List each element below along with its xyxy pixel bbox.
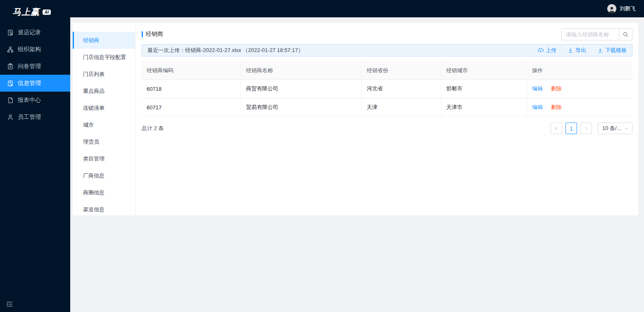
submenu-item-label: 门店信息字段配置 xyxy=(83,54,126,60)
app-logo-text: 马上赢 xyxy=(12,6,40,18)
store-patrol-icon xyxy=(7,29,14,36)
submenu-item-distributor[interactable]: 经销商 xyxy=(73,32,135,49)
last-upload-text: 最近一次上传：经销商-2022-01-27.xlsx （2022-01-27 1… xyxy=(147,47,303,54)
top-header-bar: 刘鹏飞 xyxy=(70,0,644,17)
primary-sidebar: 马上赢 AI 巡店记录 组织架构 问卷管理 信息管理 报表中心 员 xyxy=(0,0,70,312)
content-area: 经销商 最近一次上传：经销商-2022-01-27.xlsx （2022-01-… xyxy=(135,23,638,215)
delete-link[interactable]: 删除 xyxy=(551,104,562,110)
column-header-name: 经销商名称 xyxy=(241,61,361,80)
sidebar-item-label: 信息管理 xyxy=(18,80,41,87)
edit-link[interactable]: 编辑 xyxy=(532,85,543,92)
questionnaire-icon xyxy=(7,63,14,70)
sidebar-item-questionnaire[interactable]: 问卷管理 xyxy=(0,58,70,75)
cell-code: 60717 xyxy=(142,98,241,117)
next-page-button[interactable] xyxy=(580,123,592,134)
cell-city: 邯郸市 xyxy=(441,80,527,98)
upload-button-label: 上传 xyxy=(546,47,556,54)
chevron-right-icon xyxy=(584,126,589,131)
edit-link[interactable]: 编辑 xyxy=(532,104,543,110)
export-download-icon xyxy=(568,47,573,53)
cell-code: 60718 xyxy=(142,80,241,98)
sidebar-item-info-management[interactable]: 信息管理 xyxy=(0,75,70,92)
page-number-button[interactable]: 1 xyxy=(566,123,577,134)
distributor-table: 经销商编码 经销商名称 经销省份 经销城市 操作 60718 商贸有限公司 河北… xyxy=(142,61,632,117)
title-accent-bar xyxy=(142,31,143,37)
app-logo: 马上赢 AI xyxy=(0,0,70,24)
submenu-item-chain-list[interactable]: 连锁清单 xyxy=(73,99,135,116)
search-group xyxy=(561,28,632,40)
sidebar-item-label: 巡店记录 xyxy=(18,29,41,36)
sidebar-item-report-center[interactable]: 报表中心 xyxy=(0,92,70,109)
sidebar-item-label: 报表中心 xyxy=(18,97,41,104)
submenu-item-channel-info[interactable]: 渠道信息 xyxy=(73,201,135,218)
cell-province: 河北省 xyxy=(361,80,441,98)
total-count-text: 总计 2 条 xyxy=(142,125,164,132)
cell-actions: 编辑 删除 xyxy=(527,80,632,98)
info-management-icon xyxy=(7,80,14,87)
submenu-item-city[interactable]: 城市 xyxy=(73,116,135,133)
submenu-item-label: 城市 xyxy=(83,122,94,128)
employee-icon xyxy=(7,114,14,121)
column-header-actions: 操作 xyxy=(527,61,632,80)
search-button[interactable] xyxy=(619,28,632,40)
chevron-down-icon xyxy=(624,126,629,131)
last-upload-info-bar: 最近一次上传：经销商-2022-01-27.xlsx （2022-01-27 1… xyxy=(142,44,632,57)
download-template-button[interactable]: 下载模板 xyxy=(597,47,627,54)
sidebar-item-employee-management[interactable]: 员工管理 xyxy=(0,109,70,125)
submenu-item-label: 商圈信息 xyxy=(83,189,105,196)
submenu-item-key-products[interactable]: 重点商品 xyxy=(73,83,135,99)
submenu-item-stock-clerk[interactable]: 理货员 xyxy=(73,133,135,150)
table-row: 60718 商贸有限公司 河北省 邯郸市 编辑 删除 xyxy=(142,80,632,98)
cell-name: 贸易有限公司 xyxy=(241,98,361,117)
column-header-province: 经销省份 xyxy=(361,61,441,80)
page-number: 1 xyxy=(570,125,573,132)
search-icon xyxy=(623,31,629,38)
cell-name: 商贸有限公司 xyxy=(241,80,361,98)
submenu-item-store-list[interactable]: 门店列表 xyxy=(73,66,135,83)
table-row: 60717 贸易有限公司 天津 天津市 编辑 删除 xyxy=(142,98,632,117)
submenu-item-label: 渠道信息 xyxy=(83,206,105,213)
main-panel: 经销商 门店信息字段配置 门店列表 重点商品 连锁清单 城市 理货员 类目管理 … xyxy=(73,23,638,215)
app-logo-ai-badge: AI xyxy=(43,9,51,15)
page-title-text: 经销商 xyxy=(146,31,163,38)
submenu-item-label: 门店列表 xyxy=(83,71,105,77)
submenu-item-label: 厂商信息 xyxy=(83,173,105,179)
delete-link[interactable]: 删除 xyxy=(551,85,562,92)
chevron-left-icon xyxy=(554,126,559,131)
sidebar-item-label: 员工管理 xyxy=(18,113,41,121)
download-icon xyxy=(597,47,603,53)
page-title: 经销商 xyxy=(142,31,163,38)
person-icon xyxy=(608,6,615,13)
sidebar-item-label: 问卷管理 xyxy=(18,63,41,70)
submenu-item-manufacturer-info[interactable]: 厂商信息 xyxy=(73,167,135,184)
user-avatar[interactable] xyxy=(607,4,616,13)
menu-fold-icon[interactable] xyxy=(5,300,14,308)
sidebar-item-label: 组织架构 xyxy=(18,46,41,53)
cell-actions: 编辑 删除 xyxy=(527,98,632,117)
user-name[interactable]: 刘鹏飞 xyxy=(620,5,636,12)
submenu-item-business-district-info[interactable]: 商圈信息 xyxy=(73,184,135,201)
column-header-city: 经销城市 xyxy=(441,61,527,80)
sidebar-item-store-patrol[interactable]: 巡店记录 xyxy=(0,24,70,41)
submenu-item-category-management[interactable]: 类目管理 xyxy=(73,150,135,167)
submenu-item-label: 经销商 xyxy=(83,37,99,43)
cell-city: 天津市 xyxy=(441,98,527,117)
page-size-label: 10 条/... xyxy=(602,125,621,132)
submenu-item-label: 理货员 xyxy=(83,139,99,145)
org-structure-icon xyxy=(7,46,14,53)
export-button[interactable]: 导出 xyxy=(568,47,586,54)
table-header-row: 经销商编码 经销商名称 经销省份 经销城市 操作 xyxy=(142,61,632,80)
export-button-label: 导出 xyxy=(575,47,586,54)
submenu-item-label: 类目管理 xyxy=(83,156,105,162)
pagination: 1 10 条/... xyxy=(551,123,632,134)
submenu-item-label: 重点商品 xyxy=(83,88,105,94)
report-center-icon xyxy=(7,97,14,104)
submenu-item-store-field-config[interactable]: 门店信息字段配置 xyxy=(73,49,135,66)
upload-button[interactable]: 上传 xyxy=(538,47,556,54)
sidebar-item-org-structure[interactable]: 组织架构 xyxy=(0,41,70,58)
download-template-button-label: 下载模板 xyxy=(605,47,627,54)
cell-province: 天津 xyxy=(361,98,441,117)
search-input[interactable] xyxy=(561,28,619,40)
prev-page-button[interactable] xyxy=(551,123,562,134)
page-size-select[interactable]: 10 条/... xyxy=(598,123,632,134)
